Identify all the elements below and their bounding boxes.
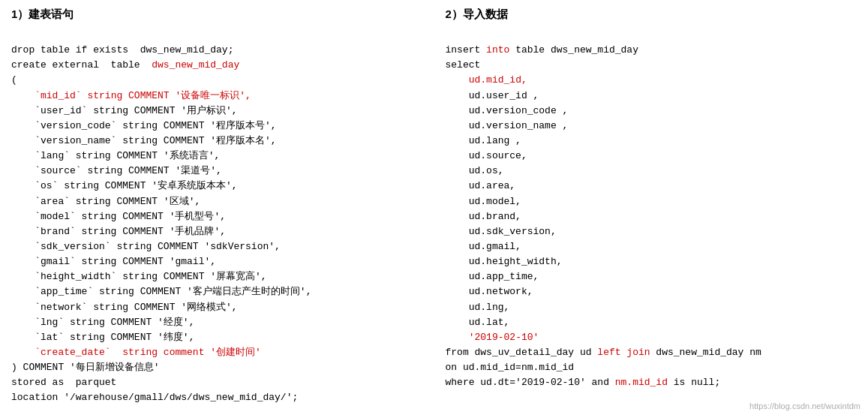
main-container: 1）建表语句 drop table if exists dws_new_mid_… xyxy=(11,8,857,418)
left-code: drop table if exists dws_new_mid_day; cr… xyxy=(11,28,423,418)
watermark: https://blog.csdn.net/wuxintdm xyxy=(749,401,860,410)
right-title: 2）导入数据 xyxy=(446,8,857,22)
right-code: insert into table dws_new_mid_day select… xyxy=(446,28,857,406)
left-section: 1）建表语句 drop table if exists dws_new_mid_… xyxy=(11,8,423,418)
right-section: 2）导入数据 insert into table dws_new_mid_day… xyxy=(446,8,857,418)
left-title: 1）建表语句 xyxy=(11,8,423,22)
